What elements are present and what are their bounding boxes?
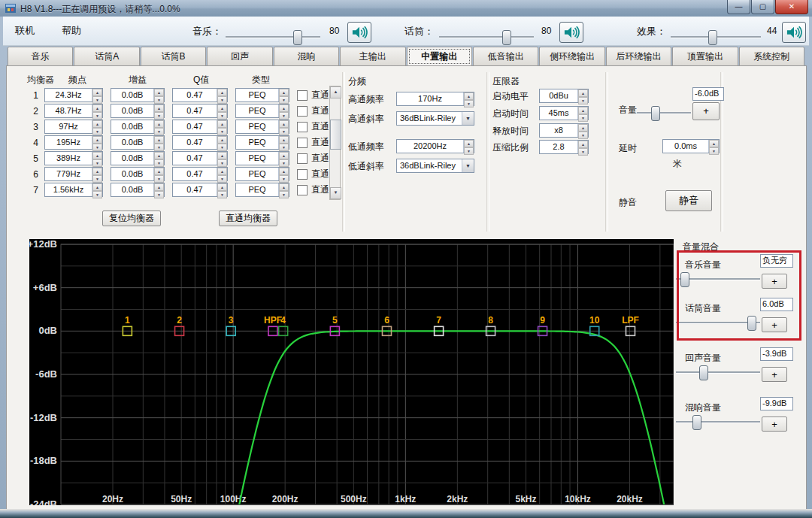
eq-type-4-value[interactable]: PEQ [236,136,278,149]
eq-freq-7-value[interactable]: 1.56kHz [45,183,92,196]
mixer-slider-3-thumb[interactable] [692,415,701,430]
master-slider-0-thumb[interactable] [293,30,302,45]
delay-spinner-value[interactable]: 0.0ms [663,140,708,153]
eq-freq-3-down[interactable]: ▼ [92,128,102,135]
eq-scrollbar-up[interactable]: ▲ [330,86,341,98]
eq-gain-7[interactable]: 0.0dB▲▼ [111,183,165,197]
eq-q-5-value[interactable]: 0.47 [173,152,217,165]
eq-freq-3[interactable]: 97Hz▲▼ [44,120,103,134]
eq-gain-6-value[interactable]: 0.0dB [111,168,153,180]
eq-gain-4-value[interactable]: 0.0dB [111,136,153,149]
limiter-control-2-value[interactable]: x8 [540,124,577,137]
eq-gain-7-down[interactable]: ▼ [154,191,164,198]
limiter-control-1-down[interactable]: ▼ [578,114,588,122]
tab-系统控制[interactable]: 系统控制 [739,47,804,66]
limiter-control-3-value[interactable]: 2.8 [540,141,577,153]
eq-gain-6-buttons[interactable]: ▲▼ [153,168,164,180]
eq-gain-1-buttons[interactable]: ▲▼ [153,89,164,101]
eq-gain-2-value[interactable]: 0.0dB [111,105,153,117]
tab-中置输出[interactable]: 中置输出 [407,47,472,66]
tab-低音输出[interactable]: 低音输出 [473,47,538,66]
master-slider-0[interactable] [226,30,320,44]
eq-q-5-up[interactable]: ▲ [217,152,227,159]
eq-type-2-value[interactable]: PEQ [236,105,278,117]
delay-spinner-buttons[interactable]: ▲▼ [708,140,719,153]
crossover-control-2-buttons[interactable]: ▲▼ [463,140,474,153]
eq-q-6-up[interactable]: ▲ [217,168,227,175]
mixer-value-2[interactable]: -3.9dB [760,347,793,361]
eq-gain-3-up[interactable]: ▲ [154,120,164,128]
tab-侧环绕输出[interactable]: 侧环绕输出 [539,47,604,66]
eq-bypass-checkbox-6[interactable] [297,169,308,180]
eq-q-4-up[interactable]: ▲ [217,136,227,144]
eq-type-5[interactable]: PEQ▲▼ [235,151,289,165]
frequency-response-chart[interactable]: +12dB+6dB0dB-6dB-12dB-18dB-24dB20Hz50Hz1… [29,239,674,505]
limiter-control-0-value[interactable]: 0dBu [540,89,577,102]
eq-q-5-buttons[interactable]: ▲▼ [217,152,227,165]
mixer-plus-button-0[interactable]: + [762,274,787,289]
eq-gain-5[interactable]: 0.0dB▲▼ [111,151,165,165]
eq-q-3-value[interactable]: 0.47 [173,120,217,133]
eq-scrollbar-thumb[interactable] [330,120,341,150]
eq-freq-7[interactable]: 1.56kHz▲▼ [44,183,103,197]
eq-freq-6[interactable]: 779Hz▲▼ [44,167,103,181]
output-volume-value[interactable]: -6.0dB [692,87,724,101]
eq-gain-4-up[interactable]: ▲ [154,136,164,144]
eq-type-6-down[interactable]: ▼ [279,175,289,183]
eq-type-3-value[interactable]: PEQ [236,120,278,133]
crossover-control-0-value[interactable]: 170Hz [397,92,463,105]
eq-gain-7-up[interactable]: ▲ [154,183,164,191]
eq-type-6-value[interactable]: PEQ [236,168,278,180]
eq-freq-2-down[interactable]: ▼ [92,112,102,120]
eq-q-4-value[interactable]: 0.47 [173,136,217,149]
mixer-slider-1[interactable] [676,316,760,329]
master-slider-0-track[interactable] [226,36,320,38]
mixer-value-1[interactable]: 6.0dB [760,298,793,311]
eq-q-6[interactable]: 0.47▲▼ [172,167,228,181]
eq-gain-5-down[interactable]: ▼ [154,159,164,167]
eq-q-1-down[interactable]: ▼ [217,96,227,104]
delay-spinner-up[interactable]: ▲ [709,140,719,147]
crossover-control-2-value[interactable]: 20200Hz [397,140,463,153]
master-slider-2-thumb[interactable] [708,30,717,45]
menu-item-联机[interactable]: 联机 [11,23,39,39]
eq-gain-5-value[interactable]: 0.0dB [111,152,153,165]
eq-freq-5-up[interactable]: ▲ [92,152,102,159]
output-volume-slider-thumb[interactable] [651,106,660,121]
master-slider-2[interactable] [671,30,761,44]
mixer-slider-2[interactable] [676,365,760,379]
eq-gain-3-buttons[interactable]: ▲▼ [153,120,164,133]
eq-q-6-buttons[interactable]: ▲▼ [217,168,227,180]
eq-gain-1[interactable]: 0.0dB▲▼ [111,88,165,102]
mixer-slider-2-track[interactable] [676,371,760,374]
tab-顶置输出[interactable]: 顶置输出 [672,47,738,66]
master-slider-1-track[interactable] [439,36,534,38]
limiter-control-3[interactable]: 2.8▲▼ [539,140,589,154]
limiter-control-1-up[interactable]: ▲ [578,107,588,114]
crossover-control-1-value[interactable]: 36dBLink-Riley [397,112,462,125]
delay-spinner-down[interactable]: ▼ [709,147,719,155]
minimize-button[interactable]: — [727,0,750,14]
eq-freq-1-buttons[interactable]: ▲▼ [92,89,102,101]
eq-freq-7-down[interactable]: ▼ [92,191,102,198]
close-button[interactable]: ✕ [775,0,808,14]
eq-type-7-buttons[interactable]: ▲▼ [278,183,289,196]
mixer-slider-3[interactable] [676,415,760,429]
mute-button[interactable]: 静音 [665,190,712,211]
crossover-control-0-down[interactable]: ▼ [464,100,474,108]
eq-freq-4-down[interactable]: ▼ [92,144,102,151]
eq-q-7-down[interactable]: ▼ [217,191,227,198]
eq-gain-7-buttons[interactable]: ▲▼ [153,183,164,196]
crossover-control-0[interactable]: 170Hz▲▼ [396,92,474,106]
eq-type-7-down[interactable]: ▼ [279,191,289,198]
eq-type-7-value[interactable]: PEQ [236,183,278,196]
eq-type-3-up[interactable]: ▲ [279,120,289,128]
eq-q-2-up[interactable]: ▲ [217,105,227,112]
eq-type-5-buttons[interactable]: ▲▼ [278,152,289,165]
mixer-slider-2-thumb[interactable] [699,365,708,380]
eq-gain-2[interactable]: 0.0dB▲▼ [111,104,165,118]
mixer-plus-button-1[interactable]: + [762,317,787,332]
mixer-plus-button-3[interactable]: + [762,417,787,432]
eq-freq-1-down[interactable]: ▼ [92,96,102,104]
crossover-control-3-value[interactable]: 36dBLink-Riley [397,159,462,172]
